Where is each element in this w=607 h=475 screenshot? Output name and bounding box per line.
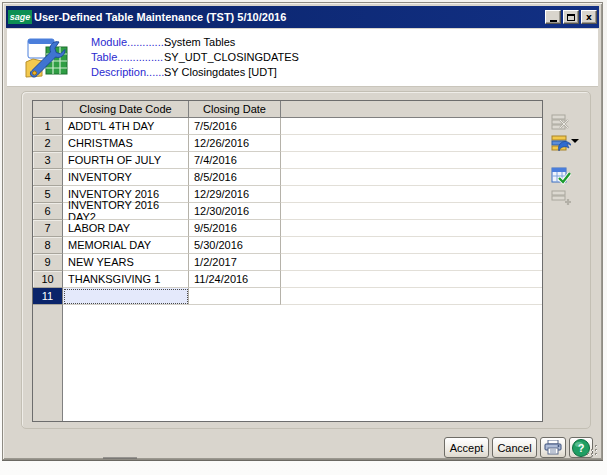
table-row[interactable]: 11 <box>33 288 542 305</box>
data-grid: Closing Date Code Closing Date 1ADDT'L 4… <box>32 100 543 422</box>
grid-empty-area <box>33 305 542 421</box>
cell-closing-date[interactable]: 12/26/2016 <box>189 135 281 152</box>
minimize-icon <box>550 20 557 22</box>
table-row[interactable]: 9NEW YEARS1/2/2017 <box>33 254 542 271</box>
table-row[interactable]: 3FOURTH OF JULY7/4/2016 <box>33 152 542 169</box>
cell-closing-date[interactable] <box>189 288 281 305</box>
row-number[interactable]: 9 <box>33 254 63 271</box>
column-header-closing-date-code[interactable]: Closing Date Code <box>63 101 189 118</box>
row-filler <box>281 186 542 203</box>
cell-closing-date[interactable]: 12/29/2016 <box>189 186 281 203</box>
row-filler <box>281 288 542 305</box>
insert-row-icon <box>551 135 571 153</box>
cell-closing-date-code[interactable]: LABOR DAY <box>63 220 189 237</box>
field-description: Description....... SY Closingdates [UDT] <box>91 65 299 80</box>
minimize-button[interactable] <box>545 10 561 24</box>
printer-icon <box>544 440 562 455</box>
module-value: System Tables <box>164 35 235 50</box>
field-table: Table............... SY_UDT_CLOSINGDATES <box>91 50 299 65</box>
cell-closing-date[interactable]: 1/2/2017 <box>189 254 281 271</box>
grid-empty-space[interactable] <box>63 305 542 421</box>
table-row[interactable]: 10THANKSGIVING 111/24/2016 <box>33 271 542 288</box>
table-row[interactable]: 1ADDT'L 4TH DAY7/5/2016 <box>33 118 542 135</box>
row-filler <box>281 152 542 169</box>
module-label: Module............. <box>91 35 164 50</box>
insert-row-button[interactable] <box>551 135 571 153</box>
window-edge-artifact <box>103 457 137 459</box>
row-number[interactable]: 2 <box>33 135 63 152</box>
help-glyph: ? <box>578 442 585 454</box>
app-window: sage User-Defined Table Maintenance (TST… <box>2 2 603 460</box>
maximize-icon <box>567 14 575 21</box>
row-filler <box>281 135 542 152</box>
cell-closing-date-code[interactable]: MEMORIAL DAY <box>63 237 189 254</box>
row-filler <box>281 220 542 237</box>
close-button[interactable]: x <box>581 10 597 24</box>
insert-row-dropdown-arrow[interactable] <box>571 139 579 143</box>
row-header-strip <box>33 305 63 421</box>
table-row[interactable]: 8MEMORIAL DAY5/30/2016 <box>33 237 542 254</box>
cell-closing-date[interactable]: 7/4/2016 <box>189 152 281 169</box>
cell-closing-date[interactable]: 7/5/2016 <box>189 118 281 135</box>
row-filler <box>281 254 542 271</box>
cell-closing-date-code[interactable]: INVENTORY 2016 DAY2 <box>63 203 189 220</box>
print-button[interactable] <box>540 437 566 458</box>
udt-maintenance-icon <box>23 34 71 82</box>
cell-closing-date-code[interactable]: ADDT'L 4TH DAY <box>63 118 189 135</box>
header-panel: Module............. System Tables Table.… <box>7 29 598 87</box>
add-row-icon <box>551 189 571 207</box>
cell-closing-date-code[interactable]: THANKSGIVING 1 <box>63 271 189 288</box>
delete-row-icon <box>551 113 571 131</box>
header-fields: Module............. System Tables Table.… <box>91 35 299 80</box>
table-value: SY_UDT_CLOSINGDATES <box>164 50 299 65</box>
cell-closing-date-code[interactable]: FOURTH OF JULY <box>63 152 189 169</box>
cell-closing-date[interactable]: 8/5/2016 <box>189 169 281 186</box>
row-number[interactable]: 6 <box>33 203 63 220</box>
delete-row-button[interactable] <box>551 113 571 131</box>
row-filler <box>281 118 542 135</box>
cell-closing-date[interactable]: 11/24/2016 <box>189 271 281 288</box>
row-filler <box>281 271 542 288</box>
cell-closing-date-code[interactable] <box>63 288 189 305</box>
grid-body: 1ADDT'L 4TH DAY7/5/20162CHRISTMAS12/26/2… <box>33 118 542 305</box>
cell-closing-date[interactable]: 12/30/2016 <box>189 203 281 220</box>
cell-closing-date-code[interactable]: NEW YEARS <box>63 254 189 271</box>
table-row[interactable]: 7LABOR DAY9/5/2016 <box>33 220 542 237</box>
cell-closing-date[interactable]: 5/30/2016 <box>189 237 281 254</box>
description-label: Description....... <box>91 65 164 80</box>
row-number[interactable]: 8 <box>33 237 63 254</box>
header-filler <box>281 101 542 118</box>
accept-button[interactable]: Accept <box>444 437 489 458</box>
row-number[interactable]: 7 <box>33 220 63 237</box>
table-row[interactable]: 4INVENTORY8/5/2016 <box>33 169 542 186</box>
window-title: User-Defined Table Maintenance (TST) 5/1… <box>34 11 545 23</box>
table-row[interactable]: 6INVENTORY 2016 DAY212/30/2016 <box>33 203 542 220</box>
column-header-closing-date[interactable]: Closing Date <box>189 101 281 118</box>
row-number[interactable]: 3 <box>33 152 63 169</box>
row-number[interactable]: 4 <box>33 169 63 186</box>
table-row[interactable]: 2CHRISTMAS12/26/2016 <box>33 135 542 152</box>
resize-grip-icon[interactable] <box>585 443 598 456</box>
maximize-button[interactable] <box>563 10 579 24</box>
table-label: Table............... <box>91 50 164 65</box>
row-number[interactable]: 11 <box>33 288 63 305</box>
grid-header-row: Closing Date Code Closing Date <box>33 101 542 118</box>
cell-closing-date[interactable]: 9/5/2016 <box>189 220 281 237</box>
grid-panel: Closing Date Code Closing Date 1ADDT'L 4… <box>21 91 591 429</box>
sage-logo-icon: sage <box>8 10 32 24</box>
title-bar[interactable]: sage User-Defined Table Maintenance (TST… <box>6 6 599 28</box>
cancel-button[interactable]: Cancel <box>492 437 537 458</box>
accept-grid-button[interactable] <box>551 167 571 185</box>
row-filler <box>281 203 542 220</box>
field-module: Module............. System Tables <box>91 35 299 50</box>
description-value: SY Closingdates [UDT] <box>164 65 277 80</box>
row-number[interactable]: 5 <box>33 186 63 203</box>
row-number[interactable]: 10 <box>33 271 63 288</box>
row-filler <box>281 237 542 254</box>
row-filler <box>281 169 542 186</box>
cell-closing-date-code[interactable]: CHRISTMAS <box>63 135 189 152</box>
accept-grid-icon <box>551 167 571 185</box>
row-number[interactable]: 1 <box>33 118 63 135</box>
cell-closing-date-code[interactable]: INVENTORY <box>63 169 189 186</box>
add-row-button[interactable] <box>551 189 571 207</box>
